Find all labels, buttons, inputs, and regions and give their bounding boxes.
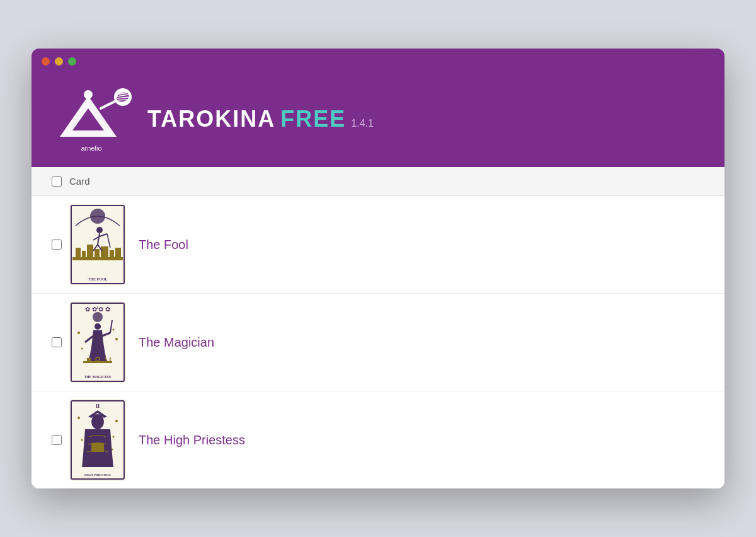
svg-point-53 bbox=[81, 439, 83, 441]
row-checkbox-col[interactable] bbox=[44, 240, 69, 250]
svg-rect-20 bbox=[115, 248, 121, 260]
svg-point-34 bbox=[115, 338, 118, 340]
svg-point-35 bbox=[81, 348, 83, 350]
svg-point-12 bbox=[90, 209, 105, 224]
svg-text:THE FOOL: THE FOOL bbox=[88, 277, 107, 281]
svg-rect-18 bbox=[101, 246, 108, 260]
logo-container: arnelio bbox=[50, 86, 132, 152]
svg-line-9 bbox=[118, 100, 127, 100]
svg-point-37 bbox=[94, 323, 101, 330]
svg-text:II: II bbox=[96, 403, 100, 409]
list-item: THE FOOL The Fool bbox=[32, 196, 724, 294]
svg-text:HIGH PRIESTESS: HIGH PRIESTESS bbox=[84, 473, 111, 476]
title-highlight: FREE bbox=[280, 106, 346, 132]
brand-name: arnelio bbox=[81, 144, 101, 152]
high-priestess-card-svg: II bbox=[69, 399, 126, 481]
select-all-checkbox[interactable] bbox=[52, 176, 62, 187]
svg-point-32 bbox=[93, 312, 103, 322]
high-priestess-name: The High Priestess bbox=[139, 433, 712, 448]
magician-card-image: ✿ ✿ ✿ ✿ bbox=[69, 301, 126, 383]
app-logo-icon bbox=[50, 86, 132, 143]
svg-point-2 bbox=[84, 90, 93, 99]
svg-rect-58 bbox=[91, 443, 104, 452]
close-button[interactable] bbox=[42, 57, 50, 66]
svg-point-33 bbox=[77, 332, 80, 334]
list-item: II bbox=[32, 391, 724, 488]
list-item: ✿ ✿ ✿ ✿ bbox=[32, 294, 724, 391]
app-window: arnelio TAROKINA FREE 1.4.1 Card bbox=[32, 49, 724, 488]
titlebar bbox=[32, 49, 724, 74]
row-checkbox-col[interactable] bbox=[44, 337, 69, 347]
svg-rect-15 bbox=[82, 251, 86, 260]
svg-point-52 bbox=[115, 420, 118, 422]
app-header: arnelio TAROKINA FREE 1.4.1 bbox=[32, 74, 724, 167]
svg-rect-16 bbox=[87, 245, 93, 260]
column-header-card: Card bbox=[69, 176, 712, 187]
content-area: Card bbox=[32, 167, 724, 488]
svg-rect-19 bbox=[110, 250, 114, 260]
high-priestess-card-image: II bbox=[69, 399, 126, 481]
svg-point-21 bbox=[96, 227, 103, 233]
magician-checkbox[interactable] bbox=[52, 337, 62, 347]
version-label: 1.4.1 bbox=[351, 118, 374, 129]
svg-rect-17 bbox=[94, 249, 100, 260]
maximize-button[interactable] bbox=[68, 57, 76, 66]
header-checkbox-col[interactable] bbox=[44, 176, 69, 187]
app-title: TAROKINA FREE 1.4.1 bbox=[147, 106, 374, 132]
magician-card-svg: ✿ ✿ ✿ ✿ bbox=[69, 301, 126, 383]
svg-text:THE MAGICIAN: THE MAGICIAN bbox=[84, 375, 112, 379]
high-priestess-checkbox[interactable] bbox=[52, 435, 62, 445]
svg-point-54 bbox=[113, 436, 115, 438]
magician-name: The Magician bbox=[139, 335, 712, 350]
title-main: TAROKINA bbox=[147, 106, 275, 132]
svg-rect-14 bbox=[76, 248, 81, 260]
fool-card-image: THE FOOL bbox=[69, 204, 126, 286]
row-checkbox-col[interactable] bbox=[44, 435, 69, 445]
fool-checkbox[interactable] bbox=[52, 240, 62, 250]
table-header: Card bbox=[32, 167, 724, 196]
fool-card-svg: THE FOOL bbox=[69, 204, 126, 286]
fool-name: The Fool bbox=[139, 238, 712, 252]
svg-point-51 bbox=[77, 417, 80, 419]
svg-point-57 bbox=[91, 414, 104, 429]
svg-point-36 bbox=[113, 329, 115, 331]
minimize-button[interactable] bbox=[55, 57, 63, 66]
svg-rect-42 bbox=[87, 358, 91, 361]
